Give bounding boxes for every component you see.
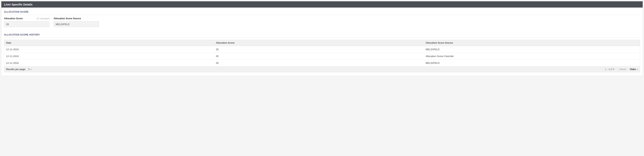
cell-source: Allocation Score Override xyxy=(424,53,640,59)
cell-source: MELD/PELD xyxy=(424,46,640,53)
history-section-title: ALLOCATION SCORE HISTORY xyxy=(4,32,640,38)
col-source[interactable]: Allocation Score Source xyxy=(424,40,640,46)
pager-range: 1 - 3 of 5 xyxy=(605,68,614,71)
caret-down-icon: ▾ xyxy=(31,68,32,70)
history-table-footer: Results per page: 3 ▾ 1 - 3 of 5 ‹ Newer… xyxy=(4,66,640,72)
newer-button[interactable]: ‹ Newer xyxy=(618,68,626,71)
liver-panel: Liver Specific Details ALLOCATION SCORE … xyxy=(1,1,643,76)
cell-source: MELD/PELD xyxy=(424,59,640,66)
allocation-score-label-line: Allocation Score i Calculated xyxy=(4,17,50,20)
calculated-text: Calculated xyxy=(40,17,50,20)
chevron-left-icon: ‹ xyxy=(618,68,618,71)
cell-date: 12-11-2024 xyxy=(4,53,214,59)
cell-date: 12-11-2024 xyxy=(4,59,214,66)
cell-score: 28 xyxy=(214,59,424,66)
rpp-value: 3 xyxy=(28,68,30,71)
info-icon: i xyxy=(36,17,39,20)
pager: 1 - 3 of 5 ‹ Newer Older › xyxy=(605,68,638,71)
results-per-page: Results per page: 3 ▾ xyxy=(6,68,32,71)
panel-title: Liver Specific Details xyxy=(1,1,643,7)
allocation-source-label-line: Allocation Score Source xyxy=(54,17,99,20)
rpp-select[interactable]: 3 ▾ xyxy=(28,68,32,71)
table-row: 12-11-2024 35 Allocation Score Override xyxy=(4,53,640,59)
table-row: 12-11-2024 28 MELD/PELD xyxy=(4,59,640,66)
history-header-row: Date Allocation Score Allocation Score S… xyxy=(4,40,640,46)
allocation-score-input[interactable] xyxy=(4,21,50,27)
calculated-badge: i Calculated xyxy=(36,17,50,20)
table-row: 12-11-2024 28 MELD/PELD xyxy=(4,46,640,53)
cell-score: 28 xyxy=(214,46,424,53)
older-label: Older xyxy=(630,68,636,71)
col-date[interactable]: Date xyxy=(4,40,214,46)
allocation-score-group: Allocation Score i Calculated xyxy=(4,17,50,27)
newer-label: Newer xyxy=(620,68,626,71)
allocation-source-group: Allocation Score Source xyxy=(54,17,99,27)
rpp-label: Results per page: xyxy=(6,68,26,71)
allocation-source-label: Allocation Score Source xyxy=(54,17,81,20)
allocation-form-row: Allocation Score i Calculated Allocation… xyxy=(4,17,640,27)
history-section: ALLOCATION SCORE HISTORY Date Allocation… xyxy=(4,32,640,72)
history-table: Date Allocation Score Allocation Score S… xyxy=(4,40,640,66)
col-score[interactable]: Allocation Score xyxy=(214,40,424,46)
cell-score: 35 xyxy=(214,53,424,59)
allocation-section-title: ALLOCATION SCORE xyxy=(4,9,640,15)
allocation-score-label: Allocation Score xyxy=(4,17,23,20)
allocation-source-input[interactable] xyxy=(54,21,99,27)
older-button[interactable]: Older › xyxy=(630,68,638,71)
chevron-right-icon: › xyxy=(637,68,638,71)
panel-body: ALLOCATION SCORE Allocation Score i Calc… xyxy=(1,7,643,76)
cell-date: 12-11-2024 xyxy=(4,46,214,53)
